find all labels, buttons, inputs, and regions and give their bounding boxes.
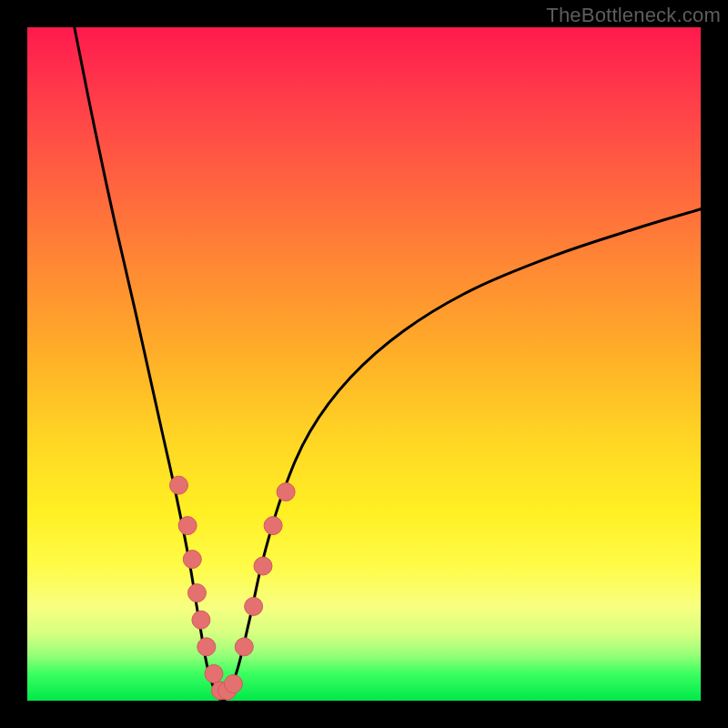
curve-marker: [277, 483, 295, 501]
curve-marker: [205, 664, 223, 682]
curve-marker: [224, 675, 242, 693]
chart-svg: [27, 27, 701, 701]
curve-marker: [264, 517, 282, 535]
curve-marker: [170, 476, 188, 494]
bottleneck-curve: [75, 27, 701, 701]
curve-marker: [192, 611, 210, 629]
chart-frame: TheBottleneck.com: [0, 0, 728, 728]
curve-marker: [254, 557, 272, 575]
curve-marker: [183, 551, 201, 569]
curve-marker: [245, 597, 263, 615]
watermark-text: TheBottleneck.com: [546, 4, 721, 27]
curve-marker: [235, 638, 253, 656]
curve-marker: [197, 638, 216, 656]
curve-marker: [187, 584, 206, 602]
chart-plot-area: [27, 27, 701, 701]
curve-marker: [178, 517, 197, 535]
